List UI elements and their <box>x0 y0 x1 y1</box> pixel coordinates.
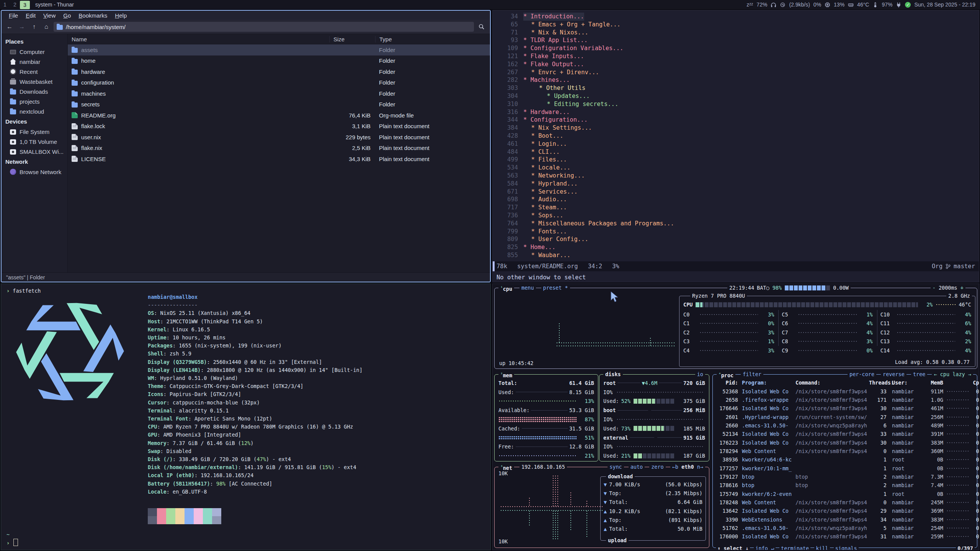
file-row[interactable]: flake.lock 3,1 KiB Plain text document <box>68 121 490 132</box>
org-heading-line[interactable]: 65 * Emacs + Org + Tangle... <box>493 21 979 29</box>
workspace-3-active[interactable]: 3 <box>20 1 30 9</box>
cpu-tab[interactable]: ¹cpu <box>498 284 514 292</box>
org-heading-line[interactable]: 316 * Hardware... <box>493 108 979 116</box>
tree-tab[interactable]: tree <box>911 371 928 378</box>
file-row[interactable]: machines Folder <box>68 88 490 99</box>
org-heading-line[interactable]: 563 * Networking... <box>493 172 979 180</box>
sync-tab[interactable]: sync <box>608 463 624 471</box>
info-key[interactable]: info ↵ <box>754 545 776 550</box>
org-heading-line[interactable]: 162 * Flake Output... <box>493 60 979 68</box>
org-heading[interactable]: * Steam... <box>523 204 567 212</box>
org-heading-line[interactable]: 267 * Envrc + Direnv... <box>493 68 979 77</box>
menu-item[interactable]: File <box>5 12 21 19</box>
home-button[interactable]: ⌂ <box>41 22 51 32</box>
column-type[interactable]: Type <box>375 36 490 42</box>
org-heading-line[interactable]: 764 * Miscellaneous Packages and Program… <box>493 220 979 228</box>
org-heading-line[interactable]: 499 * Files... <box>493 156 979 164</box>
org-heading-line[interactable]: 304 * Updates... <box>493 92 979 100</box>
sidebar-place-item[interactable]: projects <box>2 96 67 106</box>
process-row[interactable]: 178616 btop btop 2 nambiar 7.4M 0.0 <box>713 481 977 489</box>
process-row[interactable]: 178248 Web Content /nix/store/sm8fmrf3wp… <box>713 498 977 507</box>
workspace-2[interactable]: 2 <box>10 2 20 8</box>
org-heading-line[interactable]: 303 * Other Utils <box>493 84 979 92</box>
idle-inhibitor[interactable]: zᶻᶻ <box>746 2 753 8</box>
io-tab[interactable]: io <box>695 371 705 378</box>
file-row[interactable]: secrets Folder <box>68 99 490 110</box>
org-heading[interactable]: * Configuration Variables... <box>523 44 623 52</box>
org-heading[interactable]: * Flake Output... <box>523 60 584 68</box>
file-row[interactable]: LICENSE 34,3 KiB Plain text document <box>68 153 490 165</box>
menu-item[interactable]: Edit <box>22 12 39 19</box>
org-heading-line[interactable]: 809 * User Config... <box>493 235 979 243</box>
org-heading[interactable]: * Flake Inputs... <box>523 52 584 60</box>
file-row[interactable]: configuration Folder <box>68 77 490 88</box>
org-heading[interactable]: * Miscellaneous Packages and Programs... <box>523 220 674 228</box>
org-heading[interactable]: * Envrc + Direnv... <box>523 68 599 77</box>
auto-tab[interactable]: auto <box>629 463 645 471</box>
process-row[interactable]: 176646 Isolated Web Co /nix/store/sm8fmr… <box>713 404 977 412</box>
process-row[interactable]: 178294 Web Content /nix/store/sm8fmrf3wp… <box>713 447 977 455</box>
back-button[interactable]: ← <box>5 22 15 32</box>
org-heading[interactable]: * Login... <box>523 140 567 148</box>
sidebar-device-item[interactable]: 1,0 TB Volume <box>2 137 67 147</box>
org-heading[interactable]: * Configuration... <box>523 116 588 124</box>
column-name[interactable]: Name <box>68 36 329 42</box>
org-heading-line[interactable]: 698 * Audio... <box>493 196 979 204</box>
file-row[interactable]: flake.nix 2,5 KiB Plain text document <box>68 143 490 154</box>
org-heading[interactable]: * Locale... <box>523 164 570 172</box>
org-heading-line[interactable]: 93 * TLDR App List... <box>493 36 979 44</box>
menu-item[interactable]: View <box>40 12 59 19</box>
org-heading-line[interactable]: 71 * Nix & Nixos... <box>493 29 979 37</box>
file-row[interactable]: user.nix 229 bytes Plain text document <box>68 132 490 143</box>
org-heading-line[interactable]: 825 * Home... <box>493 243 979 251</box>
org-heading[interactable]: * Fonts... <box>523 228 567 236</box>
reverse-tab[interactable]: reverse <box>881 371 906 378</box>
process-row[interactable]: 176000 Isolated Web Co /nix/store/sm8fmr… <box>713 532 977 541</box>
file-row[interactable]: home Folder <box>68 55 490 67</box>
org-heading[interactable]: * Files... <box>523 156 567 164</box>
menu-item[interactable]: Help <box>111 12 130 19</box>
org-heading-line[interactable]: 484 * CLI... <box>493 148 979 156</box>
org-heading[interactable]: * TLDR App List... <box>523 36 588 44</box>
org-heading-line[interactable]: 384 * Nix Settings... <box>493 124 979 132</box>
zero-tab[interactable]: zero <box>649 463 666 471</box>
up-button[interactable]: ↑ <box>29 22 39 32</box>
org-heading-line[interactable]: 534 * Locale... <box>493 164 979 172</box>
org-heading-line[interactable]: 461 * Login... <box>493 140 979 148</box>
percore-tab[interactable]: per-core <box>848 371 876 378</box>
sidebar-device-item[interactable]: SMALLBOX Wi... <box>2 147 67 156</box>
sort-column-tab[interactable]: ← cpu lazy → <box>932 371 973 378</box>
file-row[interactable]: hardware Folder <box>68 66 490 77</box>
filter-tab[interactable]: filter <box>741 371 763 378</box>
mem-tab[interactable]: ²mem <box>498 371 514 378</box>
volume-value[interactable]: 72% <box>756 2 767 8</box>
org-heading-line[interactable]: 855 * Waubar... <box>493 251 979 259</box>
org-heading[interactable]: * Waubar... <box>523 251 570 259</box>
sidebar-device-item[interactable]: File System <box>2 127 67 137</box>
terminate-key[interactable]: terminate <box>779 545 810 550</box>
org-heading-line[interactable]: 34 * Introduction... <box>493 13 979 21</box>
org-heading[interactable]: * Nix & Nixos... <box>523 29 588 37</box>
org-heading[interactable]: * Boot... <box>523 132 564 140</box>
path-bar[interactable]: /home/nambiar/system/ <box>54 22 474 32</box>
org-heading-line[interactable]: 717 * Steam... <box>493 204 979 212</box>
org-heading[interactable]: * Services... <box>523 188 578 196</box>
org-heading[interactable]: * Other Utils <box>523 84 585 92</box>
org-heading-line[interactable]: 344 * Configuration... <box>493 116 979 124</box>
org-heading[interactable]: * Hyprland... <box>523 180 578 188</box>
process-row[interactable]: 176223 Isolated Web Co /nix/store/sm8fmr… <box>713 438 977 447</box>
org-heading-line[interactable]: 671 * Services... <box>493 188 979 196</box>
menu-item[interactable]: Go <box>60 12 74 19</box>
major-mode[interactable]: Org <box>932 263 942 270</box>
org-heading[interactable]: * Machines... <box>523 76 570 84</box>
org-heading[interactable]: * User Config... <box>523 235 588 243</box>
org-heading-line[interactable]: 310 * Editing secrets... <box>493 100 979 108</box>
process-row[interactable]: 38936 kworker/u64:6-kc 1 root 0B 0.0 <box>713 455 977 464</box>
org-heading[interactable]: * Nix Settings... <box>523 124 592 132</box>
proc-header[interactable]: Pid: Program: Command: Threads: User: Me… <box>713 378 977 387</box>
org-heading[interactable]: * Emacs + Org + Tangle... <box>523 21 621 29</box>
org-heading[interactable]: * Home... <box>523 243 555 251</box>
process-row[interactable]: 179127 btop btop 2 nambiar 7.3M 0.0 <box>713 473 977 481</box>
process-row[interactable]: 2658 .firefox-wrappe /nix/store/sm8fmrf3… <box>713 396 977 404</box>
menu-tab[interactable]: menu <box>519 284 536 292</box>
